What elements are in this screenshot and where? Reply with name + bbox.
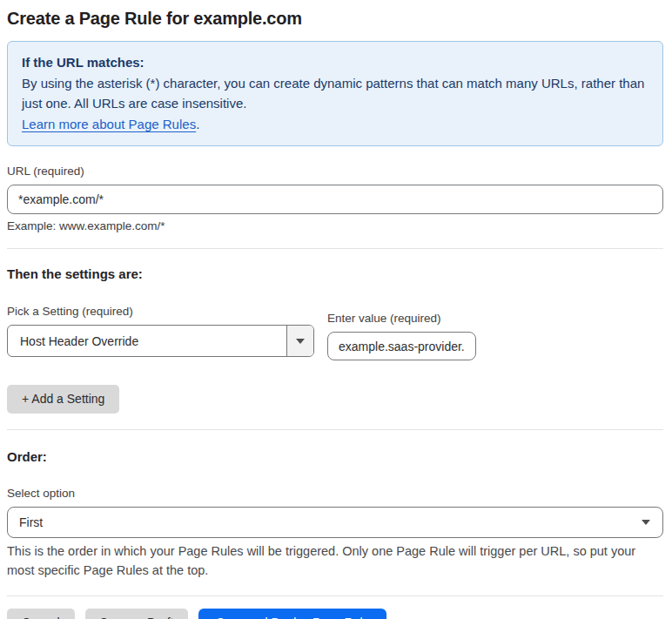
order-heading: Order: xyxy=(7,449,663,465)
pick-setting-label: Pick a Setting (required) xyxy=(7,304,314,319)
setting-value-input[interactable] xyxy=(327,332,476,360)
link-period: . xyxy=(196,117,199,131)
caret-down-icon xyxy=(642,520,650,525)
setting-select-value: Host Header Override xyxy=(8,334,286,348)
caret-down-icon xyxy=(296,339,305,344)
divider xyxy=(7,248,663,249)
order-select-label: Select option xyxy=(7,486,663,501)
pick-setting-column: Pick a Setting (required) Host Header Ov… xyxy=(7,304,314,360)
save-as-draft-button[interactable]: Save as Draft xyxy=(85,609,189,619)
enter-value-column: Enter value (required) xyxy=(327,311,476,360)
action-button-row: Cancel Save as Draft Save and Deploy Pag… xyxy=(7,609,663,619)
page-title: Create a Page Rule for example.com xyxy=(7,7,663,30)
info-box-heading: If the URL matches: xyxy=(22,52,648,72)
divider xyxy=(7,429,663,430)
url-input[interactable] xyxy=(7,185,663,214)
settings-row: Pick a Setting (required) Host Header Ov… xyxy=(7,304,663,360)
add-setting-button[interactable]: + Add a Setting xyxy=(7,385,119,414)
setting-select[interactable]: Host Header Override xyxy=(7,325,314,357)
enter-value-label: Enter value (required) xyxy=(327,311,476,326)
order-help-text: This is the order in which your Page Rul… xyxy=(7,542,663,580)
cancel-button[interactable]: Cancel xyxy=(7,609,75,619)
url-matches-info-box: If the URL matches: By using the asteris… xyxy=(7,41,663,146)
divider xyxy=(7,595,663,596)
learn-more-link[interactable]: Learn more about Page Rules xyxy=(22,117,196,131)
order-select[interactable]: First xyxy=(7,507,663,538)
save-and-deploy-button[interactable]: Save and Deploy Page Rule xyxy=(198,609,386,619)
info-box-body: By using the asterisk (*) character, you… xyxy=(22,73,648,113)
order-select-value: First xyxy=(8,515,642,529)
url-label: URL (required) xyxy=(7,164,663,178)
settings-heading: Then the settings are: xyxy=(7,266,663,282)
setting-select-dropdown-button[interactable] xyxy=(286,326,313,356)
url-example-text: Example: www.example.com/* xyxy=(7,219,663,232)
info-box-link-line: Learn more about Page Rules. xyxy=(22,114,648,134)
order-select-caret-wrap xyxy=(642,520,662,525)
